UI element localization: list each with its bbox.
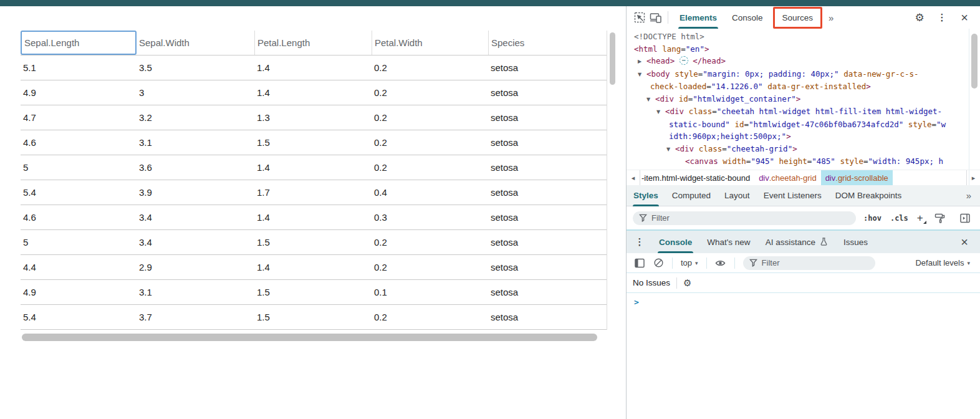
table-cell[interactable]: setosa [488,155,607,180]
table-cell[interactable]: 3.1 [137,280,254,304]
table-cell[interactable]: 3.4 [137,205,254,229]
table-cell[interactable]: 3.5 [137,55,254,80]
column-header-species[interactable]: Species [488,31,607,55]
tab-dom-breakpoints[interactable]: DOM Breakpoints [829,185,909,206]
grid-vertical-scrollbar[interactable] [610,32,615,85]
settings-gear-icon[interactable]: ⚙ [911,9,928,26]
column-header-sepal-length[interactable]: Sepal.Length [21,31,137,55]
table-cell[interactable]: 1.5 [254,230,372,254]
collapse-arrow-icon[interactable]: ▼ [638,69,646,81]
table-cell[interactable]: 1.5 [254,130,372,155]
breadcrumb-item[interactable]: div.grid-scrollable [821,170,893,185]
table-cell[interactable]: 5 [21,155,137,180]
table-cell[interactable]: 1.5 [254,305,372,329]
table-cell[interactable]: 3.7 [137,305,254,329]
kebab-menu-icon[interactable]: ⋮ [934,9,950,26]
table-cell[interactable]: 3.2 [137,105,254,130]
console-sidebar-icon[interactable] [632,255,648,271]
table-cell[interactable]: 0.2 [372,105,488,130]
table-cell[interactable]: 5.4 [21,180,137,205]
drawer-tab-console[interactable]: Console [651,231,699,253]
dom-tree-line[interactable]: <html lang="en"> [627,43,980,55]
tab-layout[interactable]: Layout [718,185,757,206]
toggle-hover-state-button[interactable]: :hov [863,214,882,223]
breadcrumb-right-icon[interactable]: ▸ [966,170,980,185]
collapse-arrow-icon[interactable]: ▼ [656,106,665,118]
styles-filter-input[interactable]: Filter [633,211,856,225]
tab-console[interactable]: Console [724,6,771,29]
device-toolbar-icon[interactable] [648,9,664,26]
table-cell[interactable]: 5 [21,230,137,254]
table-cell[interactable]: 1.5 [254,280,372,304]
new-style-rule-button[interactable]: + [917,212,923,224]
table-cell[interactable]: setosa [488,230,607,254]
console-prompt[interactable]: > [627,293,980,312]
table-cell[interactable]: 4.7 [21,105,137,130]
table-cell[interactable]: 0.1 [372,280,488,304]
breadcrumb-left-icon[interactable]: ◂ [627,170,640,185]
column-header-petal-length[interactable]: Petal.Length [254,31,372,55]
drawer-kebab-menu-icon[interactable]: ⋮ [632,234,648,250]
table-cell[interactable]: 5.1 [21,55,137,80]
paint-roller-icon[interactable] [932,210,948,226]
table-cell[interactable]: 3.1 [137,130,254,155]
tab-elements[interactable]: Elements [672,6,724,29]
drawer-tab-what-s-new[interactable]: What's new [699,231,757,253]
table-cell[interactable]: 0.2 [372,55,488,80]
table-cell[interactable]: 1.4 [254,205,372,229]
dom-tree-line[interactable]: ▼<div class="cheetah-grid"> [627,143,980,156]
table-cell[interactable]: 3 [137,80,254,105]
table-cell[interactable]: setosa [488,205,607,229]
dom-tree-line[interactable]: ▶<head> ⋯ </head> [627,55,980,68]
dom-tree-line[interactable]: ▼<div class="cheetah html-widget html-fi… [627,105,980,118]
table-cell[interactable]: 0.2 [372,130,488,155]
table-cell[interactable]: 3.4 [137,230,254,254]
table-cell[interactable]: 1.3 [254,105,372,130]
dom-tree-line[interactable]: idth:960px;height:500px;"> [627,130,980,143]
dom-tree-line[interactable]: <!DOCTYPE html> [627,31,980,43]
tab-styles[interactable]: Styles [627,185,665,206]
collapse-arrow-icon[interactable]: ▼ [646,94,655,106]
inspect-element-icon[interactable] [632,9,648,26]
no-issues-link[interactable]: No Issues [633,278,670,287]
tab-event-listeners[interactable]: Event Listeners [757,185,829,206]
close-devtools-icon[interactable]: × [956,9,973,26]
table-cell[interactable]: 0.2 [372,155,488,180]
table-cell[interactable]: 0.3 [372,205,488,229]
toggle-sidebar-icon[interactable] [957,210,973,226]
table-cell[interactable]: 0.2 [372,255,488,279]
toggle-class-button[interactable]: .cls [890,214,908,223]
table-cell[interactable]: 4.9 [21,80,137,105]
table-cell[interactable]: setosa [488,305,607,329]
table-cell[interactable]: 3.6 [137,155,254,180]
table-cell[interactable]: 1.4 [254,55,372,80]
styles-more-tabs-icon[interactable]: » [963,190,980,201]
console-filter-input[interactable]: Filter [743,256,875,270]
column-header-sepal-width[interactable]: Sepal.Width [137,31,254,55]
table-cell[interactable]: setosa [488,130,607,155]
breadcrumb-item[interactable]: -item.html-widget-static-bound [640,170,754,185]
tab-sources[interactable]: Sources [775,9,821,27]
dom-tree-line[interactable]: static-bound" id="htmlwidget-47c06bf0ba6… [627,118,980,131]
dom-tree-line[interactable]: <canvas width="945" height="485" style="… [627,155,980,168]
collapsed-content-badge[interactable]: ⋯ [680,56,688,65]
table-cell[interactable]: setosa [488,180,607,205]
dom-tree-line[interactable]: ▼<body style="margin: 0px; padding: 40px… [627,68,980,81]
log-levels-selector[interactable]: Default levels ▾ [913,258,980,267]
table-cell[interactable]: setosa [488,280,607,304]
console-settings-gear-icon[interactable]: ⚙ [683,277,691,289]
expand-arrow-icon[interactable]: ▶ [638,55,646,68]
table-cell[interactable]: 3.9 [137,180,254,205]
table-cell[interactable]: 0.4 [372,180,488,205]
table-cell[interactable]: 4.6 [21,130,137,155]
table-cell[interactable]: 4.6 [21,205,137,229]
column-header-petal-width[interactable]: Petal.Width [372,31,488,55]
table-cell[interactable]: 5.4 [21,305,137,329]
grid-horizontal-scrollbar[interactable] [22,334,597,341]
table-cell[interactable]: 0.2 [372,305,488,329]
table-cell[interactable]: 1.7 [254,180,372,205]
table-cell[interactable]: 1.4 [254,155,372,180]
table-cell[interactable]: 0.2 [372,80,488,105]
execution-context-selector[interactable]: top ▾ [678,258,701,267]
drawer-tab-ai-assistance[interactable]: AI assistance [758,231,836,253]
